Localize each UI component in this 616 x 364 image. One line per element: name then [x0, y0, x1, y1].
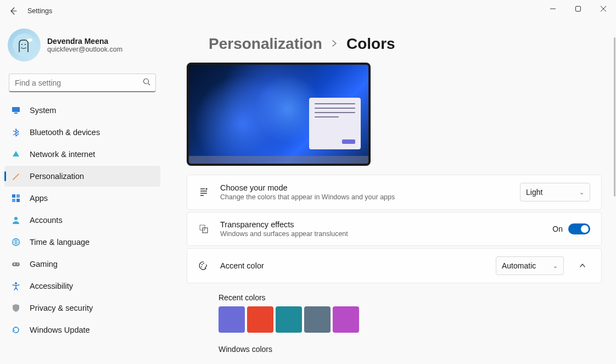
sidebar-item-gaming[interactable]: Gaming	[4, 254, 160, 275]
color-swatch[interactable]	[276, 306, 302, 333]
sidebar-item-apps[interactable]: Apps	[4, 188, 160, 209]
search-icon	[143, 78, 150, 88]
preview-window	[309, 98, 361, 149]
transparency-state: On	[552, 225, 563, 233]
palette-icon	[198, 260, 209, 271]
sidebar-item-system[interactable]: System	[4, 100, 160, 121]
mode-select[interactable]: Light ⌄	[520, 183, 590, 201]
recent-colors-title: Recent colors	[219, 293, 591, 302]
gamepad-icon	[11, 259, 21, 269]
sidebar-item-bluetooth-devices[interactable]: Bluetooth & devices	[4, 122, 160, 143]
svg-rect-14	[12, 262, 20, 266]
chevron-right-icon	[331, 39, 338, 49]
breadcrumb-parent[interactable]: Personalization	[209, 35, 322, 53]
svg-point-15	[17, 264, 18, 265]
transparency-icon	[198, 223, 209, 234]
svg-point-4	[27, 38, 32, 42]
search-box	[9, 74, 156, 92]
scrollbar-indicator[interactable]	[614, 37, 615, 197]
sidebar-item-label: Gaming	[30, 260, 58, 268]
sidebar-item-label: Bluetooth & devices	[30, 128, 100, 137]
accent-title: Accent color	[220, 261, 485, 270]
update-icon	[11, 325, 21, 335]
recent-color-swatches	[219, 306, 591, 333]
profile-block[interactable]: Devendra Meena quickfever@outlook.com	[2, 25, 163, 71]
svg-rect-7	[14, 113, 18, 114]
sidebar-item-label: Apps	[30, 194, 48, 203]
sidebar-item-accounts[interactable]: Accounts	[4, 210, 160, 231]
globe-icon	[11, 237, 21, 247]
color-swatch[interactable]	[333, 306, 359, 333]
svg-rect-8	[12, 194, 15, 198]
sidebar-item-personalization[interactable]: Personalization	[4, 166, 160, 187]
svg-rect-10	[12, 199, 15, 202]
sidebar: Devendra Meena quickfever@outlook.com Sy…	[0, 22, 165, 364]
svg-point-2	[21, 44, 23, 45]
transparency-title: Transparency effects	[220, 220, 541, 229]
transparency-subtitle: Windows and surfaces appear translucent	[220, 230, 541, 238]
wifi-icon	[11, 149, 21, 159]
svg-rect-6	[12, 107, 20, 112]
transparency-card: Transparency effects Windows and surface…	[187, 212, 602, 246]
minimize-button[interactable]	[540, 0, 565, 18]
accent-card: Accent color Automatic ⌄	[187, 248, 602, 283]
monitor-icon	[11, 105, 21, 115]
profile-name: Devendra Meena	[47, 37, 122, 46]
sidebar-item-privacy-security[interactable]: Privacy & security	[4, 298, 160, 318]
sidebar-item-label: Personalization	[30, 172, 84, 181]
accent-selected: Automatic	[502, 261, 536, 270]
accent-expanded: Recent colors Windows colors	[187, 285, 602, 363]
window-controls	[540, 0, 616, 18]
shield-icon	[11, 303, 21, 313]
sidebar-item-time-language[interactable]: Time & language	[4, 232, 160, 253]
back-arrow-icon	[9, 7, 18, 15]
transparency-toggle[interactable]	[568, 223, 590, 234]
sidebar-item-label: Privacy & security	[30, 304, 93, 312]
svg-rect-0	[576, 7, 581, 12]
svg-point-16	[15, 282, 17, 284]
svg-rect-9	[16, 194, 20, 198]
sidebar-item-accessibility[interactable]: Accessibility	[4, 276, 160, 296]
sidebar-item-label: Windows Update	[30, 326, 90, 334]
svg-rect-11	[16, 199, 20, 202]
svg-point-5	[144, 79, 149, 84]
sidebar-item-label: Time & language	[30, 238, 89, 247]
breadcrumb-current: Colors	[346, 35, 395, 53]
svg-point-12	[14, 217, 18, 220]
chevron-down-icon: ⌄	[579, 189, 584, 196]
search-input[interactable]	[9, 74, 156, 92]
color-swatch[interactable]	[247, 306, 273, 333]
windows-colors-title: Windows colors	[219, 345, 591, 354]
svg-point-21	[203, 263, 204, 264]
window-title: Settings	[27, 7, 52, 15]
accent-select[interactable]: Automatic ⌄	[496, 256, 564, 275]
mode-title: Choose your mode	[220, 183, 509, 192]
sidebar-item-label: Accounts	[30, 216, 63, 225]
preview-taskbar	[189, 156, 368, 164]
brush-icon	[11, 171, 21, 181]
mode-card: Choose your mode Change the colors that …	[187, 175, 602, 210]
sidebar-item-label: Network & internet	[30, 150, 95, 159]
sidebar-item-label: System	[30, 106, 56, 115]
maximize-button[interactable]	[565, 0, 591, 18]
mode-subtitle: Change the colors that appear in Windows…	[220, 193, 509, 201]
accent-collapse-button[interactable]	[575, 262, 590, 269]
color-swatch[interactable]	[219, 306, 245, 333]
back-button[interactable]	[4, 2, 22, 20]
color-swatch[interactable]	[304, 306, 331, 333]
mode-selected: Light	[526, 188, 542, 197]
sidebar-item-windows-update[interactable]: Windows Update	[4, 320, 160, 340]
breadcrumb: Personalization Colors	[209, 35, 602, 53]
content: Personalization Colors Choose your mode …	[165, 22, 616, 364]
sidebar-item-network-internet[interactable]: Network & internet	[4, 144, 160, 165]
apps-icon	[11, 193, 21, 203]
accessibility-icon	[11, 281, 21, 291]
svg-point-20	[201, 264, 203, 265]
svg-point-22	[201, 266, 202, 267]
sidebar-item-label: Accessibility	[30, 282, 73, 290]
close-button[interactable]	[591, 0, 616, 18]
svg-point-17	[205, 188, 207, 189]
svg-point-1	[13, 33, 36, 57]
brush-icon	[198, 187, 209, 198]
titlebar: Settings	[0, 0, 616, 22]
